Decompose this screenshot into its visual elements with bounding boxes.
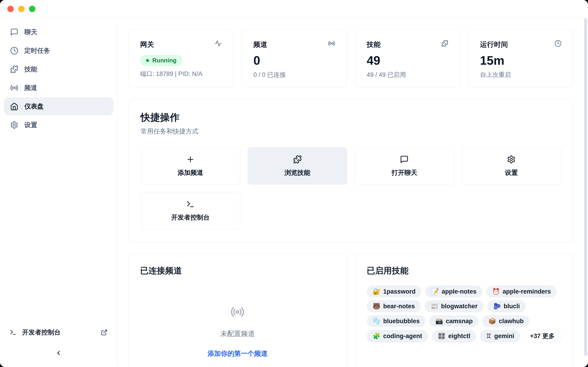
skill-emoji: 📝 (431, 288, 439, 295)
action-label: 开发者控制台 (171, 213, 210, 222)
skill-chip: 📸camsnap (429, 315, 479, 327)
skill-chip: 📝apple-notes (425, 286, 482, 298)
skill-chip: 🫧bluebubbles (367, 315, 426, 327)
action-label: 添加频道 (178, 168, 203, 177)
stats-row: 网关 Running 端口: 18789 | PID: N/A 频道 0 (128, 29, 573, 88)
sidebar-item-label: 定时任务 (24, 46, 50, 55)
stat-title: 网关 (140, 40, 154, 49)
skill-chip: 📦clawhub (482, 315, 530, 327)
skill-emoji: 🧩 (373, 332, 380, 340)
quick-actions-grid: 添加频道 浏览技能 打开聊天 设置 (141, 147, 561, 229)
skill-chip: ⏰apple-reminders (486, 286, 557, 298)
stat-value: 49 (367, 54, 448, 67)
action-label: 浏览技能 (285, 168, 310, 177)
action-label: 设置 (505, 168, 518, 177)
terminal-icon (186, 200, 195, 209)
sidebar-item-scheduled-tasks[interactable]: 定时任务 (4, 42, 113, 60)
stat-subtitle: 端口: 18789 | PID: N/A (140, 70, 222, 78)
skill-chip: ♊gemini (480, 330, 520, 342)
skill-emoji: 🫧 (373, 317, 380, 325)
sidebar-item-channels[interactable]: 频道 (4, 79, 113, 97)
quick-actions-title: 快捷操作 (141, 111, 561, 124)
stat-subtitle: 自上次重启 (480, 71, 562, 79)
close-window-button[interactable] (7, 6, 14, 12)
gateway-status-badge: Running (140, 55, 182, 66)
sidebar: 聊天 定时任务 技能 频道 仪表盘 (0, 18, 117, 367)
enabled-skills-card: 已启用技能 🔐1password 📝apple-notes ⏰apple-rem… (355, 253, 573, 367)
sidebar-collapse-button[interactable] (53, 348, 64, 359)
chevron-left-icon (55, 350, 62, 357)
main-content: 网关 Running 端口: 18789 | PID: N/A 频道 0 (117, 18, 588, 367)
sidebar-dev-console[interactable]: 开发者控制台 (4, 325, 113, 340)
stat-subtitle: 49 / 49 已启用 (367, 71, 448, 79)
skill-chip: 🫐blucli (487, 300, 526, 312)
activity-icon (215, 40, 222, 47)
stat-card-skills: 技能 49 49 / 49 已启用 (355, 29, 460, 88)
sidebar-item-chat[interactable]: 聊天 (4, 23, 113, 41)
connected-channels-card: 已连接频道 未配置频道 添加你的第一个频道 (128, 253, 347, 367)
puzzle-icon (441, 40, 448, 47)
skill-emoji: 📰 (431, 302, 438, 310)
stat-card-uptime: 运行时间 15m 自上次重启 (468, 29, 573, 88)
chat-icon (400, 155, 409, 164)
status-dot (146, 59, 149, 62)
skill-emoji: ♊ (486, 332, 491, 340)
more-skills-chip[interactable]: +37 更多 (524, 330, 561, 342)
stat-card-gateway: 网关 Running 端口: 18789 | PID: N/A (128, 29, 233, 88)
skill-emoji: ⏰ (492, 288, 500, 295)
sidebar-nav: 聊天 定时任务 技能 频道 仪表盘 (4, 23, 113, 134)
stat-card-channels: 频道 0 0 / 0 已连接 (242, 29, 346, 88)
action-label: 打开聊天 (391, 168, 417, 177)
settings-button[interactable]: 设置 (461, 147, 561, 185)
skill-emoji: 🐻 (373, 302, 380, 310)
sidebar-item-label: 仪表盘 (24, 102, 44, 111)
stat-value: 15m (480, 54, 562, 67)
radio-icon (230, 305, 245, 319)
app-window: 聊天 定时任务 技能 频道 仪表盘 (0, 0, 588, 367)
empty-state-text: 未配置频道 (220, 329, 255, 339)
skill-emoji: 📦 (488, 317, 496, 325)
sidebar-item-settings[interactable]: 设置 (4, 116, 113, 134)
stat-value: 0 (253, 54, 335, 67)
radio-icon (328, 40, 335, 47)
skill-emoji: 📸 (435, 317, 443, 325)
skill-chip: 📰blogwatcher (424, 300, 484, 312)
bottom-row: 已连接频道 未配置频道 添加你的第一个频道 已启用技能 🔐1password 📝… (128, 253, 573, 367)
stat-title: 频道 (253, 40, 267, 49)
sidebar-item-label: 聊天 (24, 28, 37, 36)
add-channel-button[interactable]: 添加频道 (141, 147, 240, 185)
enabled-skills-title: 已启用技能 (367, 265, 562, 276)
quick-actions-card: 快捷操作 常用任务和快捷方式 添加频道 浏览技能 打开聊天 (128, 99, 573, 242)
clock-icon (554, 40, 562, 47)
dev-console-button[interactable]: 开发者控制台 (141, 192, 240, 229)
gear-icon (507, 155, 516, 164)
minimize-window-button[interactable] (18, 6, 25, 12)
channels-empty-state: 未配置频道 添加你的第一个频道 (140, 305, 335, 358)
skill-chip: 🔐1password (367, 286, 422, 298)
connected-channels-title: 已连接频道 (140, 265, 335, 276)
sidebar-item-skills[interactable]: 技能 (4, 60, 113, 78)
zoom-window-button[interactable] (29, 6, 35, 12)
skill-emoji: 🔐 (373, 288, 380, 295)
titlebar (0, 0, 588, 18)
chat-icon (10, 28, 18, 36)
skill-emoji: 🫐 (493, 302, 501, 310)
stat-title: 运行时间 (480, 40, 508, 49)
dev-console-label: 开发者控制台 (22, 328, 61, 337)
add-first-channel-link[interactable]: 添加你的第一个频道 (208, 349, 268, 358)
radio-icon (10, 84, 18, 92)
skill-chip: 🧩coding-agent (367, 330, 428, 342)
skill-chip: 🐻bear-notes (367, 300, 421, 312)
sidebar-item-dashboard[interactable]: 仪表盘 (4, 97, 113, 115)
external-link-icon (101, 329, 107, 336)
open-chat-button[interactable]: 打开聊天 (355, 147, 454, 185)
stat-subtitle: 0 / 0 已连接 (253, 71, 335, 79)
stat-title: 技能 (367, 40, 381, 49)
browse-skills-button[interactable]: 浏览技能 (248, 147, 347, 185)
scrollbar-thumb[interactable] (584, 18, 587, 356)
clock-icon (10, 47, 18, 55)
sidebar-item-label: 频道 (24, 83, 37, 92)
skills-chip-list: 🔐1password 📝apple-notes ⏰apple-reminders… (367, 286, 562, 342)
sidebar-item-label: 设置 (24, 121, 37, 129)
puzzle-icon (293, 155, 302, 164)
